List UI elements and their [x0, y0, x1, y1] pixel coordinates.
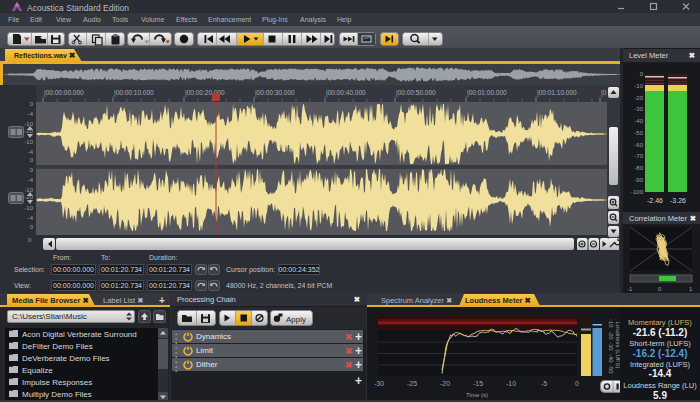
svg-text:0: 0: [575, 380, 579, 387]
svg-text:-10: -10: [634, 83, 643, 89]
svg-text:|0: |0: [601, 89, 607, 97]
svg-text:-15: -15: [473, 380, 483, 387]
svg-text:Apply: Apply: [286, 315, 306, 324]
svg-text:1: 1: [689, 286, 693, 292]
svg-text:-40: -40: [634, 118, 643, 124]
svg-text:-60: -60: [634, 142, 643, 148]
svg-text:|00:01:00.000: |00:01:00.000: [467, 89, 507, 97]
svg-text:-90: -90: [634, 177, 643, 183]
svg-text:|00:00:40.000: |00:00:40.000: [326, 89, 366, 97]
svg-text:0: 0: [658, 286, 662, 292]
svg-text:-30: -30: [374, 380, 384, 387]
svg-text:-20: -20: [608, 331, 614, 340]
svg-text:Time (s): Time (s): [466, 392, 488, 398]
svg-text:-10: -10: [608, 319, 614, 328]
svg-text:|00:00:10.000: |00:00:10.000: [114, 89, 154, 97]
svg-text:-20: -20: [634, 95, 643, 101]
svg-text:-30: -30: [608, 342, 614, 351]
svg-text:|00:00:50.000: |00:00:50.000: [396, 89, 436, 97]
svg-text:-25: -25: [407, 380, 417, 387]
svg-text:-3.26: -3.26: [670, 197, 686, 204]
svg-text:-10: -10: [506, 380, 516, 387]
svg-text:-50: -50: [608, 365, 614, 374]
svg-text:|00:01:10.000: |00:01:10.000: [537, 89, 577, 97]
svg-text:-1: -1: [627, 286, 633, 292]
svg-text:-40: -40: [608, 354, 614, 363]
svg-text:-100: -100: [631, 189, 644, 195]
svg-text:-70: -70: [634, 153, 643, 159]
svg-text:-5: -5: [541, 380, 547, 387]
svg-text:-30: -30: [634, 106, 643, 112]
svg-text:-2.46: -2.46: [647, 197, 663, 204]
svg-text:-20: -20: [440, 380, 450, 387]
svg-text:0: 0: [640, 71, 644, 77]
svg-text:|00:00:00.000: |00:00:00.000: [44, 89, 84, 97]
svg-text:-50: -50: [634, 130, 643, 136]
svg-text:-80: -80: [634, 165, 643, 171]
svg-text:|00:00:30.000: |00:00:30.000: [255, 89, 295, 97]
